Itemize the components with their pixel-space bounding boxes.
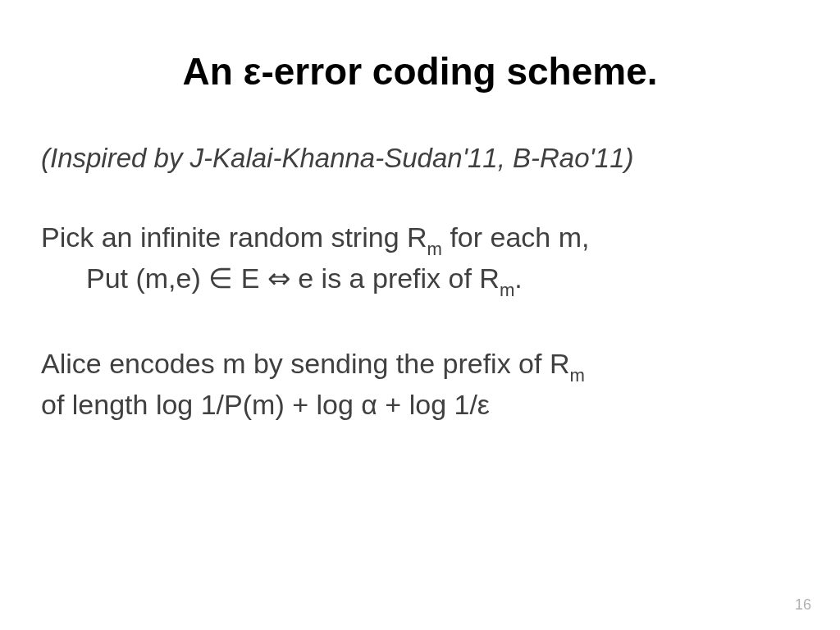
para1-line1: Pick an infinite random string Rm for ea… [41, 219, 799, 260]
paragraph-1: Pick an infinite random string Rm for ea… [41, 219, 799, 300]
para1-line1-pre: Pick an infinite random string R [41, 221, 427, 253]
para1-line2: Put (m,e) ∈ E ⇔ e is a prefix of Rm. [41, 260, 799, 301]
paragraph-2: Alice encodes m by sending the prefix of… [41, 345, 799, 424]
para1-line1-sub: m [427, 239, 442, 259]
para2-line1-sub: m [569, 365, 584, 386]
para1-line2-sub: m [500, 280, 514, 300]
para2-line1: Alice encodes m by sending the prefix of… [41, 345, 799, 386]
para1-line2-pre: Put (m,e) ∈ E ⇔ e is a prefix of R [86, 262, 500, 294]
slide-title: An ε-error coding scheme. [41, 49, 799, 94]
slide-subtitle: (Inspired by J-Kalai-Khanna-Sudan'11, B-… [41, 143, 799, 174]
para1-line1-post: for each m, [442, 221, 590, 253]
page-number: 16 [795, 596, 811, 614]
para1-line2-post: . [514, 262, 522, 294]
para2-line1-pre: Alice encodes m by sending the prefix of… [41, 348, 569, 379]
slide-container: An ε-error coding scheme. (Inspired by J… [0, 0, 840, 630]
para2-line2: of length log 1/P(m) + log α + log 1/ε [41, 386, 799, 424]
